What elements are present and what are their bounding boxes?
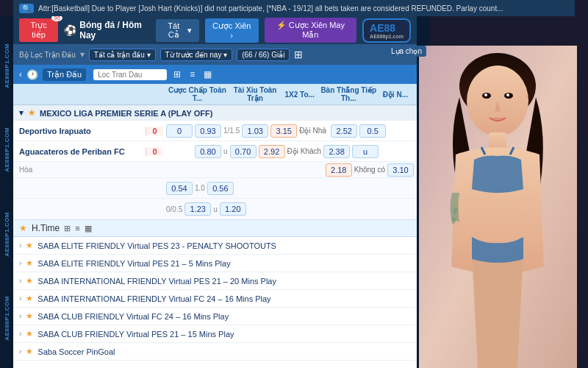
league-star-icon[interactable]: ★: [28, 108, 35, 118]
star-icon-1[interactable]: ★: [26, 258, 33, 268]
sport-name: Bóng đá / Hôm Nay: [79, 20, 150, 40]
odds-er1-1[interactable]: 0.54: [166, 182, 193, 195]
list-item-6[interactable]: › ★ Saba Soccer PinGoal: [13, 343, 417, 361]
list-item-label-4: SABA CLUB FRIENDLY Virtual FC 24 – 16 Mi…: [37, 312, 229, 321]
table-nav: ‹ 🕐 Trận Đấu ⊞ ≡ ▦: [13, 65, 417, 84]
er2-mid: u: [213, 205, 218, 213]
chevron-right-icon-3: ›: [19, 294, 21, 302]
list-view-icon[interactable]: ≡: [187, 69, 197, 79]
filter3-label: Từ trước đến nay: [165, 51, 222, 59]
col-ban-thang: Bàn Thắng Tiếp Th...: [318, 86, 380, 102]
search-icon[interactable]: 🔍: [19, 4, 34, 13]
svg-point-5: [484, 93, 487, 96]
col-1x2: 1X2 To...: [282, 91, 317, 99]
grid-icon-htime[interactable]: ⊞: [64, 224, 71, 233]
odds-extra-1[interactable]: 0.5: [359, 124, 386, 138]
er1-mid: 1.0: [195, 184, 205, 192]
odds-chap-2-2[interactable]: 0.80: [195, 145, 221, 158]
odds-doi-nha-2[interactable]: 2.38: [323, 145, 350, 158]
chevron-left-icon[interactable]: ‹: [19, 69, 22, 79]
sidebar-logo-1: AE888P1.COM: [4, 43, 10, 88]
bar-chart-icon[interactable]: ▦: [201, 69, 214, 79]
tat-ca-tran-dau-select[interactable]: Tất cả trận đầu ▾: [89, 49, 156, 61]
live-button[interactable]: Trực tiếp 96: [19, 18, 58, 42]
handicap-label-1: 1/1.5: [223, 127, 240, 135]
star-icon-htime[interactable]: ★: [19, 223, 27, 233]
star-icon-0[interactable]: ★: [26, 241, 33, 250]
clock-icon: 🕐: [26, 69, 38, 80]
filter-label-1: Bộ Lọc Trận Đấu: [19, 51, 76, 59]
odds-doi-nha-hoa[interactable]: 3.10: [387, 163, 414, 177]
col-cuoc-chap: Cược Chấp Toàn T...: [166, 86, 229, 102]
odds-er2-1[interactable]: 1.23: [184, 202, 211, 216]
odds-er2-2[interactable]: 1.20: [220, 202, 246, 216]
search-input[interactable]: [93, 69, 167, 80]
lua-chon-button[interactable]: Lựa chọn: [387, 46, 426, 57]
score-1: 0: [146, 127, 163, 135]
odds-chap-2-3[interactable]: 0.70: [230, 145, 257, 158]
match-section: ▾ ★ MEXICO LIGA PREMIER SERIE A (PLAY OF…: [13, 105, 417, 220]
svg-point-6: [506, 93, 509, 96]
htime-bar: ★ H.Time ⊞ ≡ ▦: [13, 220, 417, 237]
doi-nha-label-hoa: Không có: [354, 166, 385, 174]
er2-val1: 0/0.5: [166, 205, 182, 213]
chevron-right-icon-6: ›: [19, 347, 21, 355]
model-image-area: [419, 46, 577, 368]
soccer-ball-icon: ⚽: [64, 24, 76, 36]
odds-chap-1-2[interactable]: 0.93: [195, 124, 221, 138]
chevron-right-icon-1: ›: [19, 259, 21, 267]
star-icon-5[interactable]: ★: [26, 329, 33, 339]
cuoc-xien-may-man-button[interactable]: ⚡ Cược Xiên May Mắn: [265, 18, 357, 43]
sidebar-logo-3: AE888P1.COM: [4, 212, 10, 257]
tran-dau-nav-item[interactable]: Trận Đấu: [43, 68, 86, 81]
grid-view-icon[interactable]: ⊞: [171, 69, 183, 79]
list-item-5[interactable]: › ★ SABA CLUB FRIENDLY Virtual PES 21 – …: [13, 325, 417, 343]
list-icon-htime[interactable]: ≡: [75, 224, 79, 233]
tat-ca-button[interactable]: Tát Cả ▾: [156, 19, 199, 42]
model-svg: [419, 46, 577, 368]
handicap-label-2: u: [223, 147, 228, 155]
list-item-2[interactable]: › ★ SABA INTERNATIONAL FRIENDLY Virtual …: [13, 272, 417, 290]
hoa-label: Hòa: [13, 164, 146, 175]
list-item-4[interactable]: › ★ SABA CLUB FRIENDLY Virtual FC 24 – 1…: [13, 308, 417, 325]
league-header[interactable]: ▾ ★ MEXICO LIGA PREMIER SERIE A (PLAY OF…: [13, 105, 417, 121]
odds-x2-2[interactable]: 2.92: [259, 145, 285, 158]
chevron-down-icon: ▾: [187, 26, 192, 35]
htime-badge: H.Time: [32, 223, 60, 233]
star-icon-2[interactable]: ★: [26, 276, 33, 286]
chevron-right-icon-0: ›: [19, 241, 21, 250]
top-marquee-bar: 🔍 Attr:[Basketball] Due to Player [Josh …: [13, 0, 575, 16]
list-item-label-1: SABA ELITE FRIENDLY Virtual PES 21 – 5 M…: [37, 259, 230, 268]
odds-x2-hoa[interactable]: 2.18: [326, 163, 352, 177]
league-name: MEXICO LIGA PREMIER SERIE A (PLAY OFF): [40, 109, 212, 118]
odds-extra-2[interactable]: u: [352, 145, 379, 158]
filter-bar: Bộ Lọc Trận Đấu ▾ Tất cả trận đầu ▾ Từ t…: [13, 44, 417, 65]
list-item-0[interactable]: › ★ SABA ELITE FRIENDLY Virtual PES 23 -…: [13, 237, 417, 255]
odds-doi-nha-1[interactable]: 2.52: [331, 124, 357, 138]
hoa-row: Hòa 2.18 Không có 3.10: [13, 162, 417, 178]
team-name-1: Deportivo Irapuato: [13, 124, 146, 138]
odds-chap-1-3[interactable]: 1.03: [242, 124, 268, 138]
match-row-2: Aguacateros de Periban FC 0 0.80 u 0.70 …: [13, 141, 417, 162]
nav-bar: Trực tiếp 96 ⚽ Bóng đá / Hôm Nay Tát Cả …: [13, 16, 417, 44]
star-icon-3[interactable]: ★: [26, 294, 33, 303]
time-filter-select[interactable]: Từ trước đến nay ▾: [160, 49, 233, 61]
odds-x2-1[interactable]: 3.15: [270, 124, 297, 138]
cuoc-xien-button[interactable]: Cược Xiên ›: [205, 18, 259, 43]
column-headers: Cược Chấp Toàn T... Tài Xiu Toàn Trận 1X…: [13, 84, 417, 105]
team-name-2: Aguacateros de Periban FC: [13, 144, 146, 159]
list-item-label-3: SABA INTERNATIONAL FRIENDLY Virtual FC 2…: [37, 294, 270, 303]
giai-filter-select[interactable]: (66 / 66) Giải: [237, 49, 290, 61]
list-item-1[interactable]: › ★ SABA ELITE FRIENDLY Virtual PES 21 –…: [13, 255, 417, 272]
chevron-right-icon-2: ›: [19, 277, 21, 285]
sidebar-logo-2: AE888P1.COM: [4, 127, 10, 172]
star-icon-6[interactable]: ★: [26, 347, 33, 356]
odds-chap-1-1[interactable]: 0: [166, 124, 193, 138]
list-item-3[interactable]: › ★ SABA INTERNATIONAL FRIENDLY Virtual …: [13, 290, 417, 308]
marquee-text: Attr:[Basketball] Due to Player [Josh Ha…: [38, 4, 503, 13]
star-icon-4[interactable]: ★: [26, 311, 33, 321]
odds-er1-2[interactable]: 0.56: [207, 182, 234, 195]
bar-icon-htime[interactable]: ▦: [85, 224, 92, 233]
list-item-label-5: SABA CLUB FRIENDLY Virtual PES 21 – 15 M…: [37, 330, 234, 339]
logo-text: AE88: [370, 22, 395, 34]
